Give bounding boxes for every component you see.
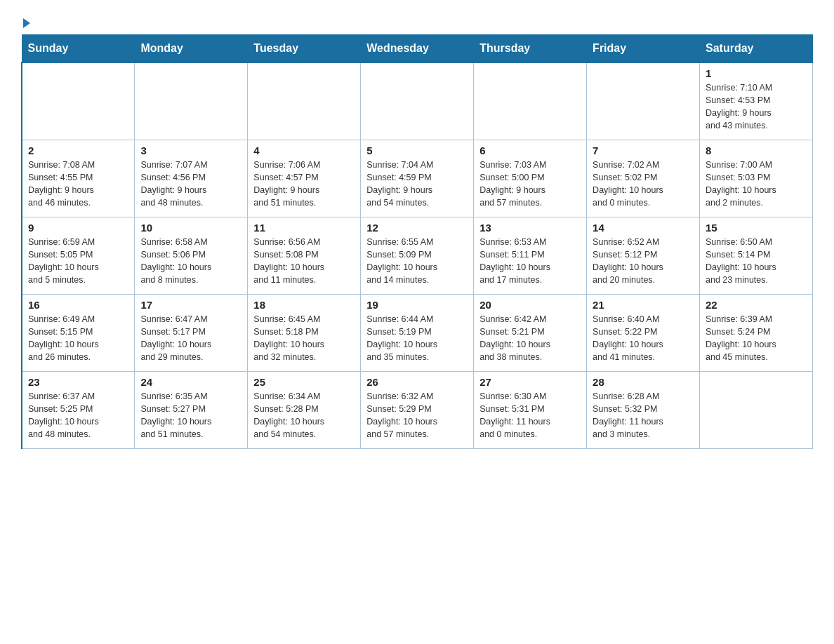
calendar-cell (22, 62, 135, 140)
calendar-cell (248, 62, 361, 140)
calendar-body: 1Sunrise: 7:10 AMSunset: 4:53 PMDaylight… (22, 62, 813, 448)
calendar-cell: 20Sunrise: 6:42 AMSunset: 5:21 PMDayligh… (474, 294, 587, 371)
day-info: Sunrise: 6:45 AMSunset: 5:18 PMDaylight:… (253, 313, 355, 364)
calendar-cell: 24Sunrise: 6:35 AMSunset: 5:27 PMDayligh… (135, 371, 248, 448)
day-info: Sunrise: 7:08 AMSunset: 4:55 PMDaylight:… (28, 159, 128, 210)
calendar-cell (135, 62, 248, 140)
day-number: 15 (706, 222, 807, 234)
calendar-header: SundayMondayTuesdayWednesdayThursdayFrid… (22, 35, 813, 63)
day-info: Sunrise: 7:03 AMSunset: 5:00 PMDaylight:… (479, 159, 581, 210)
calendar-day-header: Wednesday (361, 35, 474, 63)
day-info: Sunrise: 6:55 AMSunset: 5:09 PMDaylight:… (366, 236, 468, 287)
calendar-week-row: 1Sunrise: 7:10 AMSunset: 4:53 PMDaylight… (22, 62, 813, 140)
calendar-cell: 16Sunrise: 6:49 AMSunset: 5:15 PMDayligh… (22, 294, 135, 371)
calendar-cell: 27Sunrise: 6:30 AMSunset: 5:31 PMDayligh… (474, 371, 587, 448)
day-info: Sunrise: 6:49 AMSunset: 5:15 PMDaylight:… (28, 313, 128, 364)
day-info: Sunrise: 6:35 AMSunset: 5:27 PMDaylight:… (140, 390, 241, 441)
day-number: 22 (706, 299, 807, 311)
day-number: 25 (253, 376, 355, 388)
calendar-cell: 13Sunrise: 6:53 AMSunset: 5:11 PMDayligh… (474, 217, 587, 294)
calendar-cell (474, 62, 587, 140)
day-number: 20 (479, 299, 581, 311)
day-number: 8 (706, 145, 807, 156)
day-info: Sunrise: 6:34 AMSunset: 5:28 PMDaylight:… (253, 390, 355, 441)
day-number: 27 (479, 376, 581, 388)
calendar-day-header: Thursday (474, 35, 587, 63)
calendar-cell (700, 371, 813, 448)
day-info: Sunrise: 6:39 AMSunset: 5:24 PMDaylight:… (706, 313, 807, 364)
logo (21, 14, 30, 27)
calendar-cell: 5Sunrise: 7:04 AMSunset: 4:59 PMDaylight… (361, 140, 474, 217)
day-info: Sunrise: 6:52 AMSunset: 5:12 PMDaylight:… (593, 236, 694, 287)
calendar-week-row: 23Sunrise: 6:37 AMSunset: 5:25 PMDayligh… (22, 371, 813, 448)
calendar-cell: 7Sunrise: 7:02 AMSunset: 5:02 PMDaylight… (587, 140, 700, 217)
day-number: 26 (366, 376, 468, 388)
calendar-cell: 12Sunrise: 6:55 AMSunset: 5:09 PMDayligh… (361, 217, 474, 294)
calendar-cell: 15Sunrise: 6:50 AMSunset: 5:14 PMDayligh… (700, 217, 813, 294)
calendar-cell: 19Sunrise: 6:44 AMSunset: 5:19 PMDayligh… (361, 294, 474, 371)
day-info: Sunrise: 7:10 AMSunset: 4:53 PMDaylight:… (706, 81, 807, 133)
day-number: 3 (140, 145, 241, 156)
day-info: Sunrise: 6:37 AMSunset: 5:25 PMDaylight:… (28, 390, 128, 441)
calendar-cell: 1Sunrise: 7:10 AMSunset: 4:53 PMDaylight… (700, 62, 813, 140)
day-number: 2 (28, 145, 128, 156)
calendar-cell: 21Sunrise: 6:40 AMSunset: 5:22 PMDayligh… (587, 294, 700, 371)
day-info: Sunrise: 6:32 AMSunset: 5:29 PMDaylight:… (366, 390, 468, 441)
day-number: 21 (593, 299, 694, 311)
day-info: Sunrise: 6:44 AMSunset: 5:19 PMDaylight:… (366, 313, 468, 364)
day-info: Sunrise: 6:28 AMSunset: 5:32 PMDaylight:… (593, 390, 694, 441)
day-number: 23 (28, 376, 128, 388)
day-number: 28 (593, 376, 694, 388)
calendar-day-header: Monday (135, 35, 248, 63)
day-number: 16 (28, 299, 128, 311)
calendar-day-header: Friday (587, 35, 700, 63)
page-header (21, 14, 813, 27)
day-info: Sunrise: 6:30 AMSunset: 5:31 PMDaylight:… (479, 390, 581, 441)
calendar-day-header: Tuesday (248, 35, 361, 63)
day-number: 6 (479, 145, 581, 156)
calendar-cell: 8Sunrise: 7:00 AMSunset: 5:03 PMDaylight… (700, 140, 813, 217)
calendar-cell: 3Sunrise: 7:07 AMSunset: 4:56 PMDaylight… (135, 140, 248, 217)
calendar-cell: 26Sunrise: 6:32 AMSunset: 5:29 PMDayligh… (361, 371, 474, 448)
day-info: Sunrise: 7:07 AMSunset: 4:56 PMDaylight:… (140, 159, 241, 210)
calendar-table: SundayMondayTuesdayWednesdayThursdayFrid… (21, 34, 813, 449)
day-info: Sunrise: 7:02 AMSunset: 5:02 PMDaylight:… (593, 159, 694, 210)
calendar-cell: 28Sunrise: 6:28 AMSunset: 5:32 PMDayligh… (587, 371, 700, 448)
day-info: Sunrise: 7:04 AMSunset: 4:59 PMDaylight:… (366, 159, 468, 210)
calendar-cell: 23Sunrise: 6:37 AMSunset: 5:25 PMDayligh… (22, 371, 135, 448)
day-number: 1 (706, 67, 807, 79)
day-number: 10 (140, 222, 241, 234)
calendar-cell (361, 62, 474, 140)
day-number: 12 (366, 222, 468, 234)
calendar-cell: 11Sunrise: 6:56 AMSunset: 5:08 PMDayligh… (248, 217, 361, 294)
calendar-cell: 9Sunrise: 6:59 AMSunset: 5:05 PMDaylight… (22, 217, 135, 294)
day-number: 5 (366, 145, 468, 156)
day-info: Sunrise: 6:50 AMSunset: 5:14 PMDaylight:… (706, 236, 807, 287)
calendar-cell: 22Sunrise: 6:39 AMSunset: 5:24 PMDayligh… (700, 294, 813, 371)
day-info: Sunrise: 6:56 AMSunset: 5:08 PMDaylight:… (253, 236, 355, 287)
day-number: 7 (593, 145, 694, 156)
day-info: Sunrise: 6:53 AMSunset: 5:11 PMDaylight:… (479, 236, 581, 287)
day-number: 11 (253, 222, 355, 234)
calendar-cell: 2Sunrise: 7:08 AMSunset: 4:55 PMDaylight… (22, 140, 135, 217)
day-info: Sunrise: 6:42 AMSunset: 5:21 PMDaylight:… (479, 313, 581, 364)
calendar-cell (587, 62, 700, 140)
calendar-day-header: Sunday (22, 35, 135, 63)
calendar-week-row: 16Sunrise: 6:49 AMSunset: 5:15 PMDayligh… (22, 294, 813, 371)
calendar-cell: 4Sunrise: 7:06 AMSunset: 4:57 PMDaylight… (248, 140, 361, 217)
day-number: 9 (28, 222, 128, 234)
calendar-week-row: 9Sunrise: 6:59 AMSunset: 5:05 PMDaylight… (22, 217, 813, 294)
calendar-cell: 25Sunrise: 6:34 AMSunset: 5:28 PMDayligh… (248, 371, 361, 448)
day-number: 14 (593, 222, 694, 234)
calendar-cell: 18Sunrise: 6:45 AMSunset: 5:18 PMDayligh… (248, 294, 361, 371)
calendar-cell: 17Sunrise: 6:47 AMSunset: 5:17 PMDayligh… (135, 294, 248, 371)
day-number: 19 (366, 299, 468, 311)
day-info: Sunrise: 7:06 AMSunset: 4:57 PMDaylight:… (253, 159, 355, 210)
calendar-week-row: 2Sunrise: 7:08 AMSunset: 4:55 PMDaylight… (22, 140, 813, 217)
calendar-cell: 14Sunrise: 6:52 AMSunset: 5:12 PMDayligh… (587, 217, 700, 294)
day-info: Sunrise: 6:59 AMSunset: 5:05 PMDaylight:… (28, 236, 128, 287)
day-info: Sunrise: 6:58 AMSunset: 5:06 PMDaylight:… (140, 236, 241, 287)
calendar-day-header: Saturday (700, 35, 813, 63)
calendar-cell: 10Sunrise: 6:58 AMSunset: 5:06 PMDayligh… (135, 217, 248, 294)
day-number: 18 (253, 299, 355, 311)
